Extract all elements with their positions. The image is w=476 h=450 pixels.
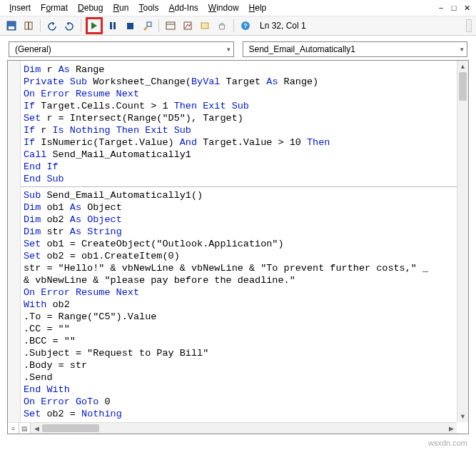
menu-bar: IInsertnsert FormatFormat DebugDebug Run…	[0, 0, 476, 16]
toolbar-overflow[interactable]	[466, 19, 472, 32]
toolbar-separator	[81, 19, 81, 32]
menu-insert[interactable]: IInsertnsert	[4, 1, 36, 14]
object-combo[interactable]: (General) ▾	[9, 41, 234, 57]
redo-icon[interactable]	[62, 19, 76, 33]
procedure-combo-text: Send_Email_Automatically1	[249, 44, 355, 54]
export-icon[interactable]	[21, 19, 36, 33]
chevron-down-icon: ▾	[227, 46, 231, 53]
pause-button[interactable]	[106, 19, 120, 33]
cursor-position: Ln 32, Col 1	[260, 21, 306, 31]
vertical-scrollbar[interactable]: ▲ ▼	[457, 61, 468, 422]
menu-debug[interactable]: DebugDebug	[73, 1, 108, 14]
toolbar-separator	[158, 19, 159, 32]
scroll-left-icon[interactable]: ◀	[31, 423, 42, 434]
svg-rect-3	[29, 22, 32, 29]
procedure-separator	[21, 186, 457, 187]
run-button[interactable]	[86, 17, 103, 34]
menu-help[interactable]: HelpHelp	[244, 1, 272, 14]
svg-rect-4	[147, 22, 151, 26]
menu-run[interactable]: RunRun	[108, 1, 133, 14]
procedure-combo[interactable]: Send_Email_Automatically1 ▾	[243, 41, 468, 57]
svg-rect-8	[201, 23, 208, 29]
view-mode-buttons: ≡ ▤	[8, 422, 31, 434]
stop-icon	[127, 23, 133, 29]
menu-addins[interactable]: Add-InsAdd-Ins	[163, 1, 203, 14]
scroll-right-icon[interactable]: ▶	[445, 423, 457, 434]
scroll-up-icon[interactable]: ▲	[457, 61, 468, 72]
properties-icon[interactable]	[181, 19, 195, 33]
procedure-view-icon[interactable]: ≡	[8, 423, 19, 434]
minimize-button[interactable]: −	[436, 3, 446, 13]
watermark: wsxdn.com	[428, 439, 467, 447]
menu-tools[interactable]: ToolsTools	[133, 1, 163, 14]
svg-rect-2	[25, 22, 29, 29]
play-icon	[91, 22, 97, 29]
toolbar: ? Ln 32, Col 1	[0, 16, 476, 36]
scrollbar-thumb[interactable]	[459, 72, 467, 101]
code-block[interactable]: Sub Send_Email_Automatically1() Dim ob1 …	[24, 189, 428, 422]
full-module-view-icon[interactable]: ▤	[19, 423, 31, 434]
project-explorer-icon[interactable]	[163, 19, 178, 33]
close-button[interactable]: ✕	[462, 3, 472, 13]
object-browser-icon[interactable]	[198, 19, 212, 33]
toolbar-separator	[40, 19, 41, 32]
toolbox-icon[interactable]	[215, 19, 229, 33]
design-mode-icon[interactable]	[140, 19, 154, 33]
toolbar-separator	[233, 19, 234, 32]
menu-format[interactable]: FormatFormat	[36, 1, 73, 14]
undo-icon[interactable]	[45, 19, 59, 33]
code-margin	[8, 61, 21, 422]
window-controls: − □ ✕	[436, 3, 472, 13]
help-icon[interactable]: ?	[238, 19, 253, 33]
object-combo-text: (General)	[15, 44, 51, 54]
svg-rect-5	[166, 22, 175, 29]
scrollbar-thumb[interactable]	[42, 424, 99, 432]
svg-text:?: ?	[243, 22, 248, 29]
horizontal-scrollbar[interactable]: ◀ ▶	[31, 422, 457, 434]
code-viewport[interactable]: Dim r As Range Private Sub Worksheet_Cha…	[8, 61, 457, 422]
code-pane: Dim r As Range Private Sub Worksheet_Cha…	[7, 60, 469, 434]
restore-button[interactable]: □	[449, 3, 459, 13]
combo-row: (General) ▾ Send_Email_Automatically1 ▾	[0, 36, 476, 61]
code-block[interactable]: Dim r As Range Private Sub Worksheet_Cha…	[24, 64, 330, 185]
svg-rect-1	[9, 26, 14, 29]
save-icon[interactable]	[4, 19, 19, 33]
chevron-down-icon: ▾	[460, 46, 464, 53]
menu-window[interactable]: WindowWindow	[203, 1, 244, 14]
stop-button[interactable]	[123, 19, 137, 33]
scroll-down-icon[interactable]: ▼	[457, 411, 468, 422]
